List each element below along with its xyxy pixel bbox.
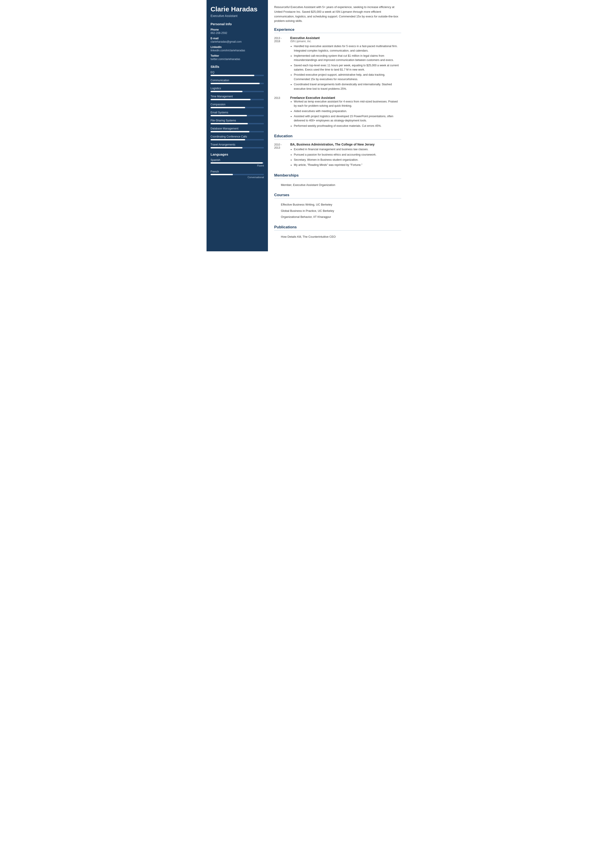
education-bullets: Excelled in financial management and bus… [290,147,401,167]
language-name: French [211,170,264,173]
education-bullet: Pursued a passion for business ethics an… [294,153,401,157]
education-bullet: Secretary, Women in Business student org… [294,158,401,162]
experience-content: Freelance Executive AssistantWorked as t… [290,96,401,129]
experience-content: Executive AssistantISN Lipmann, Inc.Hand… [290,36,401,92]
skill-bar-fill [211,139,245,140]
experience-list: 2013 -2018Executive AssistantISN Lipmann… [274,36,401,129]
education-section: Education 2010 -2013BA, Business Adminis… [274,134,401,168]
experience-bullet: Implemented call-recording system that c… [294,54,401,62]
job-title: Freelance Executive Assistant [290,96,401,99]
skill-name: Communication [211,79,264,82]
education-row: 2010 -2013BA, Business Administration, T… [274,143,401,168]
courses-section: Courses Effective Business Writing, UC B… [274,193,401,220]
main-content: Resourceful Executive Assistant with 5+ … [268,0,408,251]
skill-item: Compassion [211,103,264,108]
experience-bullets: Handled top executive assistant duties f… [290,44,401,91]
language-item: FrenchConversational [211,170,264,178]
skill-item: Email Systems [211,111,264,116]
skill-bar-fill [211,131,250,132]
course-item: Effective Business Writing, UC Berkeley [274,202,401,208]
experience-bullet: Provided executive project support, admi… [294,73,401,81]
skill-bar-bg [211,123,264,124]
memberships-list: Member, Executive Assistant Organization [274,182,401,188]
education-content: BA, Business Administration, The College… [290,143,401,168]
language-level: Fluent [211,164,264,167]
skill-bar-fill [211,75,254,76]
skill-bar-fill [211,123,248,124]
skill-name: Coordinating Conference Calls [211,135,264,138]
language-name: Spanish [211,158,264,161]
skill-bar-fill [211,107,245,108]
personal-info-label: LinkedIn [211,45,264,49]
skill-item: Coordinating Conference Calls [211,135,264,140]
experience-title: Experience [274,28,401,33]
skill-bar-bg [211,139,264,140]
skill-bar-fill [211,147,242,149]
language-item: SpanishFluent [211,158,264,167]
personal-info-value: twitter.com/clarieharadas [211,57,264,61]
experience-row: 2013Freelance Executive AssistantWorked … [274,96,401,129]
language-bar-fill [211,174,233,175]
skill-item: Communication [211,79,264,84]
skill-name: Compassion [211,103,264,106]
skill-name: File-Sharing Systems [211,119,264,122]
skill-bar-bg [211,91,264,92]
memberships-title: Memberships [274,173,401,179]
personal-info-label: E-mail [211,37,264,40]
skill-bar-bg [211,83,264,84]
experience-bullet: Coordinated travel arrangements both dom… [294,82,401,91]
language-level: Conversational [211,176,264,178]
courses-title: Courses [274,193,401,198]
experience-bullet: Performed weekly proofreading of executi… [294,124,401,128]
resume-wrapper: Clarie Haradas Executive Assistant Perso… [206,0,408,251]
skill-bar-fill [211,115,247,116]
skill-name: EQ [211,71,264,74]
experience-dates: 2013 [274,96,290,129]
education-list: 2010 -2013BA, Business Administration, T… [274,143,401,168]
skills-section: EQCommunicationLogisticsTime ManagementC… [211,71,264,149]
languages-section: SpanishFluentFrenchConversational [211,158,264,178]
skill-name: Email Systems [211,111,264,114]
skill-name: Logistics [211,87,264,90]
skill-bar-fill [211,83,260,84]
experience-row: 2013 -2018Executive AssistantISN Lipmann… [274,36,401,92]
personal-info-value: 862-208-2592 [211,31,264,35]
personal-info-value: clarieharadas@gmail.com [211,40,264,43]
skill-bar-bg [211,147,264,149]
skill-item: Travel Arrangements [211,143,264,149]
course-item: Organizational Behavior, IIT Kharagpur [274,214,401,220]
personal-info-section: Phone862-208-2592E-mailclarieharadas@gma… [211,28,264,61]
experience-dates: 2013 -2018 [274,36,290,92]
skills-heading: Skills [211,65,264,68]
publications-section: Publications How Details Kill, The Count… [274,225,401,240]
personal-info-label: Phone [211,28,264,31]
education-title: Education [274,134,401,140]
skill-item: Logistics [211,87,264,92]
experience-bullet: Aided executives with meeting preparatio… [294,109,401,113]
personal-info-heading: Personal Info [211,22,264,26]
skill-item: File-Sharing Systems [211,119,264,124]
memberships-section: Memberships Member, Executive Assistant … [274,173,401,188]
experience-section: Experience 2013 -2018Executive Assistant… [274,28,401,129]
skill-item: EQ [211,71,264,76]
personal-info-value: linkedin.com/in/clarieharadas [211,49,264,52]
course-item: Global Business in Practice, UC Berkeley [274,208,401,214]
skill-name: Travel Arrangements [211,143,264,146]
skill-bar-bg [211,131,264,132]
experience-bullet: Assisted with project logistics and deve… [294,114,401,123]
skill-bar-fill [211,99,251,100]
skill-bar-bg [211,75,264,76]
publications-list: How Details Kill, The Counterintuitive C… [274,234,401,240]
candidate-name: Clarie Haradas [211,5,264,13]
languages-heading: Languages [211,152,264,156]
language-bar-fill [211,162,263,164]
education-dates: 2010 -2013 [274,143,290,168]
skill-bar-bg [211,115,264,116]
job-company: ISN Lipmann, Inc. [290,40,401,43]
personal-info-label: Twitter [211,54,264,57]
sidebar: Clarie Haradas Executive Assistant Perso… [206,0,268,251]
job-title: Executive Assistant [290,36,401,40]
skill-bar-bg [211,99,264,100]
experience-bullet: Saved each top-level exec 11 hours per w… [294,64,401,72]
candidate-title: Executive Assistant [211,14,264,18]
